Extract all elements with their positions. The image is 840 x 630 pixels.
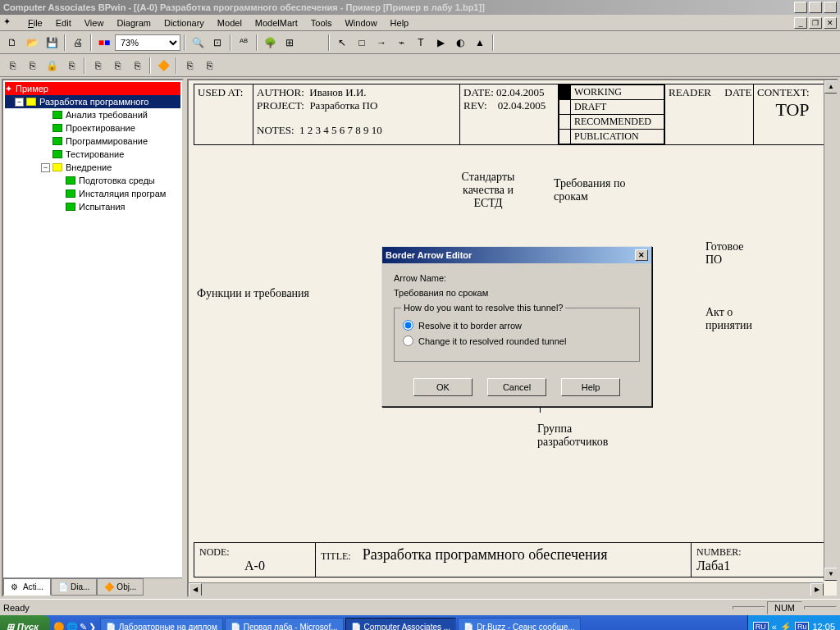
maximize-button[interactable]: ❐: [809, 2, 822, 13]
spell-button[interactable]: ᴬᴮ: [235, 34, 253, 52]
tree-item[interactable]: Инсталяция програм: [5, 187, 180, 200]
tab-diagrams[interactable]: 📄Dia...: [51, 578, 97, 596]
menu-window[interactable]: Window: [338, 16, 383, 30]
tree-item[interactable]: Испытания: [5, 200, 180, 213]
zoom-fit-button[interactable]: ⊡: [208, 34, 226, 52]
mm-btn10[interactable]: ⎘: [200, 57, 218, 75]
vertical-scrollbar[interactable]: ▲ ▼: [824, 80, 837, 581]
idef-header: USED AT: AUTHOR: Иванов И.И. PROJECT: Ра…: [194, 84, 832, 145]
tray-icon[interactable]: ⚡: [780, 622, 792, 631]
tree-button[interactable]: 🌳: [261, 34, 279, 52]
lang-indicator[interactable]: RU: [753, 622, 769, 630]
scroll-left-button[interactable]: ◀: [189, 583, 202, 596]
menu-file[interactable]: File: [21, 16, 49, 30]
nav-down-tool[interactable]: ▶: [431, 34, 450, 52]
close-button[interactable]: ✕: [824, 2, 837, 13]
taskbar-item[interactable]: 📄Dr.Buzz - Сеанс сообще...: [458, 618, 581, 630]
ql-icon[interactable]: 🟠: [53, 622, 65, 631]
pointer-tool[interactable]: ↖: [333, 34, 351, 52]
tree-root[interactable]: ✦Пример: [5, 82, 180, 95]
tree-item[interactable]: Программирование: [5, 135, 180, 148]
scroll-right-button[interactable]: ▶: [810, 583, 824, 596]
expander-icon[interactable]: −: [41, 163, 50, 172]
ql-icon[interactable]: ✎: [80, 622, 87, 631]
tab-objects[interactable]: 🔶Obj...: [97, 578, 144, 596]
nav-up-tool[interactable]: ▲: [471, 34, 489, 52]
mm-btn9[interactable]: ⎘: [180, 57, 199, 75]
save-button[interactable]: 💾: [43, 34, 61, 52]
label-act[interactable]: Акт о принятии: [705, 306, 771, 332]
label-requirements-time[interactable]: Требования по срокам: [554, 177, 644, 203]
cancel-button[interactable]: Cancel: [487, 378, 546, 396]
tree-item[interactable]: Анализ требований: [5, 108, 180, 121]
scroll-down-button[interactable]: ▼: [824, 568, 838, 581]
label-functions[interactable]: Функции и требования: [197, 287, 309, 300]
resolve-question: How do you want to resolve this tunnel?: [401, 303, 565, 313]
toolbar-modelmart: ⎘ ⎘ 🔒 ⎘ ⎘ ⎘ ⎘ 🔶 ⎘ ⎘: [0, 54, 840, 77]
arrow-tool[interactable]: →: [372, 34, 390, 52]
mdi-minimize-button[interactable]: _: [794, 17, 807, 29]
window-title: Computer Associates BPwin - [(A-0) Разра…: [3, 2, 485, 12]
squiggle-tool[interactable]: ⌁: [392, 34, 410, 52]
mm-btn6[interactable]: ⎘: [108, 57, 126, 75]
menu-tools[interactable]: Tools: [304, 16, 339, 30]
menu-edit[interactable]: Edit: [49, 16, 78, 30]
palette-button[interactable]: ■■: [95, 34, 113, 52]
open-button[interactable]: 📂: [23, 34, 41, 52]
tree-item[interactable]: Проектирование: [5, 121, 180, 135]
zoom-in-button[interactable]: 🔍: [189, 34, 207, 52]
border-arrow-editor-dialog: Border Arrow Editor ✕ Arrow Name: Требов…: [381, 246, 652, 407]
status-num: NUM: [767, 601, 802, 614]
taskbar-item[interactable]: 📄Computer Associates ...: [345, 618, 457, 630]
label-dev-group[interactable]: Группа разработчиков: [537, 422, 628, 449]
mm-btn8[interactable]: 🔶: [154, 57, 172, 75]
ql-icon[interactable]: 🌐: [66, 622, 78, 631]
menu-dictionary[interactable]: Dictionary: [158, 16, 211, 30]
tree-item[interactable]: Тестирование: [5, 148, 180, 161]
box-tool[interactable]: □: [353, 34, 371, 52]
mdi-close-button[interactable]: ✕: [824, 17, 837, 29]
mm-lock[interactable]: 🔒: [43, 57, 61, 75]
horizontal-scrollbar[interactable]: ◀ ▶: [189, 582, 824, 596]
ql-icon[interactable]: ❯: [89, 622, 96, 631]
tunnel-tool[interactable]: ◐: [451, 34, 469, 52]
dialog-close-button[interactable]: ✕: [635, 249, 648, 261]
menu-view[interactable]: View: [78, 16, 111, 30]
minimize-button[interactable]: _: [794, 2, 807, 13]
tab-activities[interactable]: ⚙Acti...: [3, 578, 51, 596]
text-tool[interactable]: T: [412, 34, 430, 52]
ok-button[interactable]: OK: [413, 378, 472, 396]
new-button[interactable]: 🗋: [3, 34, 21, 52]
menu-modelmart[interactable]: ModelMart: [249, 16, 304, 30]
taskbar-item[interactable]: 📄Лабораторные на диплом: [100, 618, 223, 630]
mm-btn5[interactable]: ⎘: [89, 57, 107, 75]
scroll-up-button[interactable]: ▲: [824, 80, 838, 94]
mdi-restore-button[interactable]: ❐: [809, 17, 822, 29]
mm-btn4[interactable]: ⎘: [62, 57, 80, 75]
mm-btn7[interactable]: ⎘: [128, 57, 146, 75]
tree-item[interactable]: Подготовка среды: [5, 174, 180, 187]
menu-model[interactable]: Model: [211, 16, 249, 30]
label-ready-sw[interactable]: Готовое ПО: [705, 240, 763, 267]
tray-icon[interactable]: «: [772, 622, 777, 630]
window-titlebar: Computer Associates BPwin - [(A-0) Разра…: [0, 0, 840, 15]
dialog-titlebar[interactable]: Border Arrow Editor ✕: [382, 247, 651, 263]
taskbar-item[interactable]: 📄Первая лаба - Microsof...: [225, 618, 344, 630]
help-button[interactable]: Help: [561, 378, 620, 396]
expander-icon[interactable]: −: [15, 98, 24, 107]
print-button[interactable]: 🖨: [69, 34, 87, 52]
radio-rounded-tunnel[interactable]: Change it to resolved rounded tunnel: [403, 336, 631, 346]
menu-diagram[interactable]: Diagram: [110, 16, 158, 30]
label-standards[interactable]: Стандарты качества и ЕСТД: [451, 171, 525, 210]
mm-btn1[interactable]: ⎘: [3, 57, 21, 75]
radio-border-arrow[interactable]: Resolve it to border arrow: [403, 320, 631, 331]
org-button[interactable]: ⊞: [281, 34, 299, 52]
lang-indicator-2[interactable]: Ru: [795, 622, 810, 630]
mm-btn2[interactable]: ⎘: [23, 57, 41, 75]
tree-item-main[interactable]: − Разработка программного: [5, 95, 180, 108]
menu-help[interactable]: Help: [384, 16, 416, 30]
clock[interactable]: 12:05: [812, 622, 835, 630]
tree-item[interactable]: −Внедрение: [5, 161, 180, 174]
start-button[interactable]: ⊞Пуск: [0, 615, 50, 630]
zoom-select[interactable]: 73%: [115, 34, 180, 51]
